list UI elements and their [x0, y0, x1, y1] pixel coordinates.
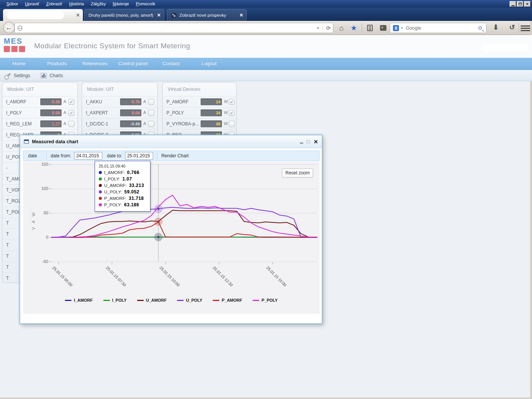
search-box[interactable]: 8 ▼	[390, 23, 486, 33]
nav-item-logout[interactable]: Logout	[190, 58, 228, 70]
chart-area: V A W Reset zoom 25.01.15 09:40 I_AMORF:…	[23, 162, 320, 314]
device-value: 0.35	[40, 98, 62, 105]
main-navbar: HomeProductsReferencesControl panelConta…	[0, 58, 532, 70]
tooltip-row: U_AMORF:33.213	[99, 183, 146, 188]
browser-tab-1[interactable]: ✕	[3, 9, 83, 21]
search-engine-dropdown-icon[interactable]: ▼	[401, 26, 404, 30]
device-checkbox[interactable]	[148, 110, 154, 116]
browser-tab-3[interactable]: Zobraziť nové príspevky✕	[167, 9, 247, 21]
history-icon[interactable]: ↺	[509, 23, 515, 32]
tooltip-row: I_AMORF:0.766	[99, 170, 146, 175]
tab-close-icon[interactable]: ✕	[153, 13, 161, 18]
tooltip-series-value: 1.07	[122, 176, 132, 182]
device-checkbox[interactable]: ✓	[68, 110, 74, 116]
menu-item-nástroje[interactable]: Nástroje	[109, 1, 133, 7]
reset-zoom-button[interactable]: Reset zoom	[282, 168, 313, 177]
tooltip-series-name: I_AMORF:	[104, 170, 125, 175]
device-checkbox[interactable]	[68, 121, 74, 127]
tab-settings[interactable]: Settings	[0, 70, 35, 81]
tooltip-series-name: U_POLY:	[104, 190, 122, 194]
device-panel-2: Module: UITI_AKKU0.76AI_AXPERT0.04AI_DC/…	[82, 82, 158, 140]
device-row: I_DC/DC-1-0.48A	[82, 118, 157, 129]
dialog-close-icon[interactable]: ✕	[314, 139, 318, 144]
tooltip-series-name: P_AMORF:	[104, 196, 127, 201]
tooltip-series-name: I_POLY:	[104, 177, 120, 181]
tooltip-series-dot	[99, 177, 102, 180]
date-to-input[interactable]	[125, 152, 153, 160]
device-checkbox[interactable]	[148, 99, 154, 105]
menu-item-história[interactable]: História	[66, 1, 87, 7]
restore-icon	[519, 3, 522, 5]
close-icon: ×	[526, 2, 528, 6]
restore-button-icon[interactable]	[517, 1, 523, 7]
tab-bar: ✕Druhy panelů (mono, poly, amorf)...✕Zob…	[0, 8, 532, 21]
addon-icon[interactable]	[380, 25, 386, 31]
menu-item-upraviť[interactable]: Upraviť	[22, 1, 43, 7]
y-tick-label: -50	[36, 259, 48, 264]
back-button[interactable]: ←	[3, 22, 15, 33]
tab-close-icon[interactable]: ✕	[236, 13, 243, 18]
dialog-maximize-icon[interactable]	[307, 140, 310, 143]
legend-swatch	[137, 300, 144, 301]
menu-item-pomocník[interactable]: Pomocník	[132, 1, 158, 7]
device-value: 48	[201, 120, 222, 127]
nav-item-references[interactable]: References	[76, 58, 114, 70]
legend-item-I_AMORF: I_AMORF	[65, 298, 93, 302]
url-input[interactable]	[25, 25, 313, 31]
legend-swatch	[213, 300, 219, 301]
tab-close-icon[interactable]: ✕	[72, 13, 80, 18]
chart-canvas[interactable]	[23, 162, 320, 314]
dialog-titlebar[interactable]: Measured data chart ✕	[20, 135, 322, 148]
menu-item-záložky[interactable]: Záložky	[87, 1, 109, 7]
nav-item-control-panel[interactable]: Control panel	[114, 58, 152, 70]
panel-title: Module: UIT	[2, 82, 78, 96]
device-unit: A	[63, 110, 66, 115]
url-dropdown-icon[interactable]: ▼	[313, 26, 323, 30]
nav-item-home[interactable]: Home	[0, 58, 38, 70]
device-value: 1.27	[40, 120, 62, 127]
window-controls: ×	[510, 1, 530, 7]
nav-item-contact[interactable]: Contact	[152, 58, 190, 70]
censored-tab-title	[7, 11, 64, 19]
device-row: P_POLY34W✓	[163, 107, 236, 118]
device-label: I_AXPERT	[86, 110, 120, 116]
menubar: SúborUpraviťZobraziťHistóriaZáložkyNástr…	[0, 0, 532, 8]
tab-title: Zobraziť nové príspevky	[179, 13, 226, 17]
url-bar[interactable]: ▼ ⟳	[14, 23, 333, 33]
dialog-minimize-icon[interactable]	[300, 142, 303, 144]
close-button-icon[interactable]: ×	[524, 1, 530, 7]
mes-logo-text: MES	[4, 37, 29, 45]
bookmarks-menu-icon[interactable]	[367, 25, 373, 31]
render-chart-button[interactable]: Render Chart	[161, 153, 188, 158]
minimize-icon	[511, 5, 515, 6]
search-input[interactable]	[406, 25, 478, 31]
mode-select[interactable]: date	[28, 153, 37, 158]
search-magnifier-icon[interactable]	[478, 26, 482, 30]
tab-charts[interactable]: Charts	[35, 70, 68, 81]
device-checkbox[interactable]: ✓	[68, 99, 74, 105]
bookmark-star-icon[interactable]: ★	[350, 24, 357, 32]
menu-hamburger-icon[interactable]	[521, 24, 530, 32]
wrench-icon	[5, 73, 11, 78]
minimize-button-icon[interactable]	[510, 1, 516, 7]
device-checkbox[interactable]	[148, 121, 154, 127]
menu-item-súbor[interactable]: Súbor	[3, 1, 22, 7]
series-P_AMORF	[51, 222, 317, 238]
device-checkbox[interactable]	[229, 121, 235, 127]
device-checkbox[interactable]: ✓	[229, 110, 235, 116]
date-from-input[interactable]	[74, 152, 102, 160]
nav-item-products[interactable]: Products	[38, 58, 76, 70]
google-icon[interactable]: 8	[393, 25, 399, 31]
reload-icon[interactable]: ⟳	[323, 25, 331, 31]
downloads-icon[interactable]: ⬇	[493, 23, 499, 32]
menu-item-zobraziť[interactable]: Zobraziť	[43, 1, 66, 7]
dialog-toolbar: date date from: date to: Render Chart	[23, 150, 320, 161]
device-row: I_AMORF0.35A✓	[2, 96, 78, 107]
device-checkbox[interactable]: ✓	[229, 99, 235, 105]
device-value: 0.59	[40, 109, 62, 116]
legend-swatch	[253, 300, 259, 301]
legend-label: U_AMORF	[146, 298, 166, 302]
browser-tab-2[interactable]: Druhy panelů (mono, poly, amorf)...✕	[84, 9, 164, 21]
device-label: I_AKKU	[86, 99, 120, 104]
home-icon[interactable]: ⌂	[339, 24, 344, 32]
